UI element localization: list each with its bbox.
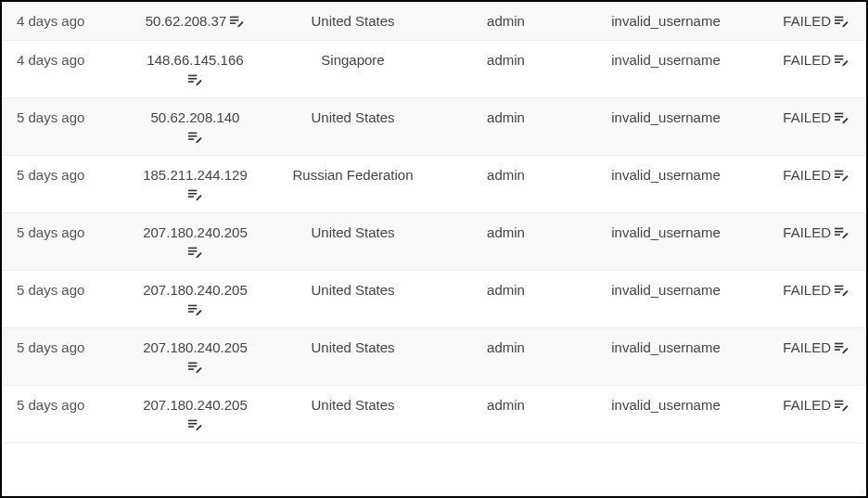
edit-ip-icon[interactable] [187, 246, 204, 259]
svg-rect-16 [835, 116, 843, 118]
edit-status-icon[interactable] [835, 341, 849, 354]
edit-ip-icon[interactable] [187, 73, 204, 86]
svg-rect-43 [188, 423, 197, 425]
ip-cell: 207.180.240.205 [119, 224, 272, 259]
edit-status-icon[interactable] [835, 226, 849, 239]
svg-rect-26 [188, 253, 194, 255]
edit-ip-icon[interactable] [230, 15, 245, 28]
svg-rect-4 [835, 19, 843, 21]
svg-rect-24 [188, 248, 197, 249]
svg-rect-41 [835, 349, 840, 351]
ip-value: 50.62.208.37 [146, 13, 227, 29]
status-cell: FAILED [754, 167, 857, 183]
ip-value: 207.180.240.205 [143, 339, 248, 355]
status-value: FAILED [783, 13, 831, 29]
svg-rect-33 [835, 286, 843, 287]
svg-rect-34 [835, 288, 843, 290]
svg-rect-47 [835, 406, 840, 408]
time-cell: 5 days ago [17, 339, 119, 355]
svg-rect-45 [835, 401, 843, 402]
status-cell: FAILED [754, 339, 857, 355]
reason-cell: invalid_username [578, 109, 754, 125]
country-cell: United States [272, 282, 434, 298]
status-value: FAILED [783, 339, 831, 355]
svg-rect-31 [188, 308, 197, 310]
svg-rect-22 [835, 173, 843, 175]
svg-rect-38 [188, 368, 194, 370]
user-cell: admin [434, 397, 578, 413]
ip-cell: 207.180.240.205 [119, 282, 272, 316]
reason-cell: invalid_username [578, 282, 754, 298]
svg-rect-11 [835, 61, 840, 63]
status-cell: FAILED [754, 224, 857, 240]
user-cell: admin [434, 339, 578, 355]
user-cell: admin [434, 224, 578, 240]
table-row: 5 days ago207.180.240.205United Statesad… [2, 213, 866, 271]
table-row: 5 days ago207.180.240.205United Statesad… [2, 386, 866, 443]
time-cell: 5 days ago [17, 224, 119, 240]
svg-rect-2 [230, 22, 236, 24]
status-cell: FAILED [754, 397, 857, 413]
svg-rect-18 [188, 190, 197, 192]
svg-rect-40 [835, 346, 843, 348]
ip-cell: 185.211.244.129 [119, 167, 272, 201]
svg-rect-10 [835, 58, 843, 60]
ip-value: 207.180.240.205 [143, 397, 248, 413]
svg-rect-17 [835, 119, 840, 121]
svg-rect-28 [835, 231, 843, 233]
edit-ip-icon[interactable] [187, 188, 204, 201]
svg-rect-25 [188, 250, 197, 252]
user-cell: admin [434, 52, 578, 68]
table-row: 4 days ago148.66.145.166Singaporeadminin… [2, 41, 866, 98]
edit-status-icon[interactable] [835, 284, 849, 297]
login-attempts-table: 4 days ago50.62.208.37United Statesadmin… [2, 2, 866, 443]
user-cell: admin [434, 109, 578, 125]
svg-rect-36 [188, 363, 197, 364]
edit-ip-icon[interactable] [187, 131, 204, 144]
svg-rect-35 [835, 291, 840, 293]
time-cell: 5 days ago [17, 397, 119, 413]
svg-rect-1 [230, 19, 238, 21]
svg-rect-46 [835, 403, 843, 405]
reason-cell: invalid_username [578, 397, 754, 413]
table-row: 5 days ago50.62.208.140United Statesadmi… [2, 98, 866, 156]
edit-status-icon[interactable] [835, 15, 849, 28]
status-value: FAILED [783, 282, 831, 298]
time-cell: 4 days ago [17, 13, 119, 29]
ip-value: 185.211.244.129 [143, 167, 248, 183]
edit-status-icon[interactable] [835, 399, 849, 412]
table-row: 4 days ago50.62.208.37United Statesadmin… [2, 2, 866, 41]
edit-status-icon[interactable] [835, 169, 849, 182]
status-value: FAILED [783, 167, 831, 183]
edit-ip-icon[interactable] [187, 418, 204, 431]
reason-cell: invalid_username [578, 167, 754, 183]
svg-rect-23 [835, 176, 840, 178]
table-row: 5 days ago207.180.240.205United Statesad… [2, 271, 866, 328]
svg-rect-0 [230, 17, 238, 19]
edit-status-icon[interactable] [835, 111, 849, 124]
reason-cell: invalid_username [578, 13, 754, 29]
svg-rect-29 [835, 234, 840, 236]
reason-cell: invalid_username [578, 339, 754, 355]
edit-ip-icon[interactable] [187, 361, 204, 374]
svg-rect-5 [835, 22, 840, 24]
svg-rect-3 [835, 17, 843, 19]
svg-rect-6 [188, 75, 197, 77]
svg-rect-7 [188, 78, 197, 80]
time-cell: 5 days ago [17, 282, 119, 298]
edit-ip-icon[interactable] [187, 303, 204, 316]
svg-rect-14 [188, 138, 194, 140]
status-value: FAILED [783, 397, 831, 413]
country-cell: United States [272, 397, 434, 413]
svg-rect-9 [835, 56, 843, 57]
reason-cell: invalid_username [578, 52, 754, 68]
svg-rect-39 [835, 343, 843, 345]
edit-status-icon[interactable] [835, 54, 849, 67]
status-cell: FAILED [754, 52, 857, 68]
svg-rect-44 [188, 426, 194, 428]
reason-cell: invalid_username [578, 224, 754, 240]
user-cell: admin [434, 282, 578, 298]
time-cell: 4 days ago [17, 52, 119, 68]
time-cell: 5 days ago [17, 109, 119, 125]
ip-value: 207.180.240.205 [143, 282, 248, 298]
